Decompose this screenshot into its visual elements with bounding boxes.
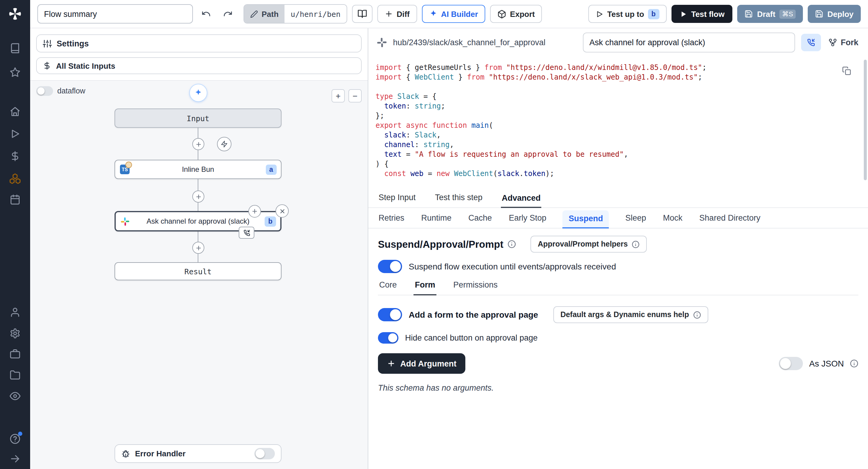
default-args-help-button[interactable]: Default args & Dynamic enums help	[553, 306, 708, 323]
phone-incoming-icon	[243, 229, 250, 236]
variables-dollar-icon[interactable]	[10, 151, 21, 162]
node-inline-bun[interactable]: TS Inline Bun a	[115, 160, 281, 179]
plus-icon	[251, 208, 258, 215]
flow-settings-button[interactable]: Settings	[36, 34, 362, 53]
settings-gear-icon[interactable]	[10, 328, 21, 339]
dataflow-toggle[interactable]	[36, 86, 53, 96]
tab-suspend[interactable]: Suspend	[563, 210, 609, 228]
ai-builder-button[interactable]: AI Builder	[422, 5, 485, 23]
expand-sidebar-icon[interactable]	[10, 453, 21, 464]
hub-script-path[interactable]: hub/2439/slack/ask_channel_for_approval	[393, 38, 546, 47]
insert-step-button-3[interactable]	[192, 242, 204, 254]
suspend-section-title: Suspend/Approval/Prompt	[378, 239, 503, 250]
fork-button[interactable]: Fork	[827, 38, 860, 47]
add-argument-label: Add Argument	[400, 359, 457, 368]
folders-icon[interactable]	[10, 370, 21, 380]
test-up-to-button[interactable]: Test up to b	[589, 5, 666, 23]
play-icon	[679, 10, 687, 18]
export-button[interactable]: Export	[490, 5, 542, 23]
tab-mock[interactable]: Mock	[662, 213, 683, 228]
book-open-icon	[358, 9, 367, 19]
star-icon[interactable]	[10, 67, 21, 78]
info-icon	[632, 240, 640, 248]
node-input[interactable]: Input	[115, 108, 281, 128]
diff-button[interactable]: Diff	[377, 5, 417, 23]
audit-eye-icon[interactable]	[10, 390, 21, 402]
add-branch-button[interactable]	[248, 205, 261, 218]
tab-runtime[interactable]: Runtime	[421, 213, 453, 228]
suspend-execution-label: Suspend flow execution until events/appr…	[409, 262, 616, 271]
diff-button-label: Diff	[397, 9, 410, 19]
flow-canvas[interactable]: dataflow + − Input	[30, 80, 368, 469]
tab-advanced[interactable]: Advanced	[501, 193, 541, 208]
copy-code-button[interactable]	[841, 65, 852, 76]
undo-icon	[201, 9, 211, 19]
windmill-logo-icon[interactable]	[7, 6, 23, 22]
error-handler-row[interactable]: Error Handler	[115, 444, 281, 463]
path-selector[interactable]: Path u/henri/ben	[244, 4, 347, 24]
suspend-indicator-button[interactable]	[801, 34, 821, 51]
notebook-icon[interactable]	[10, 43, 21, 54]
error-handler-label: Error Handler	[135, 449, 186, 458]
hide-cancel-toggle[interactable]	[378, 332, 398, 344]
tab-retries[interactable]: Retries	[378, 213, 405, 228]
static-inputs-button[interactable]: All Static Inputs	[36, 57, 362, 74]
insert-step-button-1[interactable]	[192, 138, 204, 150]
zoom-in-button[interactable]: +	[332, 89, 345, 102]
resources-boxes-icon[interactable]	[10, 173, 21, 184]
plus-icon	[384, 10, 393, 18]
tab-cache[interactable]: Cache	[468, 213, 493, 228]
app-sidebar	[0, 0, 30, 469]
editor-scrollbar[interactable]	[864, 60, 867, 180]
info-icon[interactable]	[850, 359, 858, 368]
ai-flow-wand-button[interactable]	[189, 84, 207, 102]
tab-permissions[interactable]: Permissions	[452, 280, 499, 295]
runs-play-icon[interactable]	[10, 128, 21, 139]
schedules-calendar-icon[interactable]	[10, 194, 21, 205]
step-name-input[interactable]	[583, 33, 795, 53]
as-json-toggle[interactable]	[779, 357, 803, 370]
help-notification-dot	[18, 432, 22, 436]
plus-icon	[195, 245, 202, 251]
code-line: channel: string,	[375, 140, 844, 150]
code-editor[interactable]: import { getResumeUrls } from "https://d…	[368, 57, 868, 188]
code-line: const web = new WebClient(slack.token);	[375, 169, 844, 179]
help-icon[interactable]	[10, 433, 21, 444]
zoom-out-button[interactable]: −	[348, 89, 362, 102]
tab-sleep[interactable]: Sleep	[625, 213, 647, 228]
sliders-icon	[43, 39, 52, 48]
tab-step-input[interactable]: Step Input	[378, 193, 416, 207]
test-up-to-label: Test up to	[607, 9, 644, 19]
add-argument-button[interactable]: Add Argument	[378, 353, 466, 374]
tab-early-stop[interactable]: Early Stop	[508, 213, 547, 228]
workers-briefcase-icon[interactable]	[10, 348, 21, 359]
tab-core[interactable]: Core	[378, 280, 398, 295]
home-icon[interactable]	[10, 106, 21, 117]
tab-shared-directory[interactable]: Shared Directory	[699, 213, 761, 228]
flow-summary-input[interactable]	[37, 4, 193, 24]
suspend-execution-toggle[interactable]	[378, 260, 402, 273]
insert-step-button-2[interactable]	[192, 190, 204, 202]
step-header: hub/2439/slack/ask_channel_for_approval …	[368, 28, 868, 57]
draft-button[interactable]: Draft ⌘S	[737, 5, 803, 23]
close-icon	[279, 208, 285, 214]
add-form-toggle[interactable]	[378, 308, 402, 321]
docs-button[interactable]	[352, 5, 373, 23]
delete-step-button[interactable]	[276, 205, 289, 218]
tab-test-this-step[interactable]: Test this step	[434, 193, 483, 207]
flow-graph-panel: Settings All Static Inputs dataflow + −	[30, 28, 368, 469]
undo-button[interactable]	[198, 5, 215, 22]
deploy-button[interactable]: Deploy	[807, 5, 861, 23]
error-handler-toggle[interactable]	[254, 448, 275, 459]
test-flow-button[interactable]: Test flow	[671, 5, 733, 23]
sparkle-wand-icon	[429, 10, 437, 18]
node-result[interactable]: Result	[115, 262, 281, 280]
trigger-zap-button[interactable]	[217, 137, 231, 151]
users-icon[interactable]	[10, 307, 21, 318]
approval-prompt-helpers-button[interactable]: Approval/Prompt helpers	[530, 236, 647, 253]
path-label-segment: Path	[244, 5, 284, 23]
info-icon[interactable]	[507, 240, 516, 248]
code-line: slack: Slack,	[375, 130, 844, 140]
redo-button[interactable]	[219, 5, 236, 22]
tab-form[interactable]: Form	[414, 280, 437, 295]
